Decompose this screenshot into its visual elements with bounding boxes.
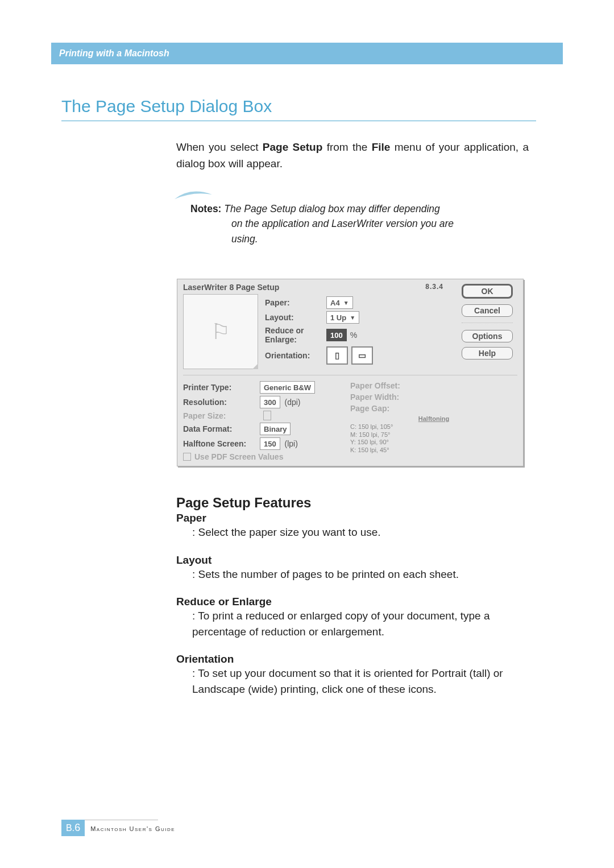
feature-desc: : Select the paper size you want to use. (176, 524, 534, 540)
dialog-version: 8.3.4 (425, 283, 443, 292)
paper-size-label: Paper Size: (183, 411, 260, 420)
paper-offset-label: Paper Offset: (350, 381, 400, 390)
reduce-enlarge-input[interactable]: 100 (326, 329, 347, 341)
resolution-label: Resolution: (183, 398, 260, 407)
feature-desc: : Sets the number of pages to be printed… (176, 567, 534, 582)
feature-label: Paper (176, 512, 534, 524)
paper-dropdown[interactable]: A4▼ (326, 296, 353, 309)
halftone-screen-input[interactable]: 150 (260, 437, 280, 450)
cancel-button[interactable]: Cancel (462, 304, 513, 317)
dialog-separator (183, 375, 517, 375)
page-number-badge: B.6 (61, 820, 85, 836)
section-header: Printing with a Macintosh (51, 43, 563, 64)
dogcow-icon: ⚐ (211, 319, 230, 344)
printer-type-dropdown[interactable]: Generic B&W (260, 381, 315, 394)
feature-desc: : To print a reduced or enlarged copy of… (176, 608, 534, 639)
notes-label: Notes: (190, 203, 221, 214)
orientation-landscape-button[interactable]: ▭ (351, 346, 373, 365)
data-format-dropdown[interactable]: Binary (260, 423, 291, 435)
layout-dropdown[interactable]: 1 Up▼ (326, 311, 359, 324)
ok-button[interactable]: OK (462, 284, 513, 299)
orientation-label: Orientation: (265, 351, 326, 360)
page-gap-label: Page Gap: (350, 404, 389, 413)
section-header-text: Printing with a Macintosh (59, 48, 169, 59)
halftoning-info: Halftoning C: 150 lpi, 105° M: 150 lpi, … (350, 415, 517, 454)
page-setup-dialog: LaserWriter 8 Page Setup 8.3.4 OK Cancel… (177, 279, 524, 466)
layout-label: Layout: (265, 313, 326, 322)
chevron-down-icon: ▼ (343, 300, 349, 306)
feature-label: Orientation (176, 653, 534, 666)
paper-size-box (263, 411, 271, 420)
intro-paragraph: When you select Page Setup from the File… (176, 139, 529, 172)
chevron-down-icon: ▼ (350, 315, 355, 321)
paper-label: Paper: (265, 298, 326, 307)
options-button[interactable]: Options (462, 330, 513, 342)
percent-label: % (350, 330, 357, 340)
halftone-screen-label: Halftone Screen: (183, 439, 260, 448)
swoosh-icon (173, 188, 213, 204)
dialog-title: LaserWriter 8 Page Setup (183, 283, 279, 292)
orientation-portrait-button[interactable]: ▯ (326, 346, 348, 365)
feature-label: Layout (176, 554, 534, 567)
page-footer: B.6 Macintosh User's Guide (61, 820, 175, 836)
notes-block: Notes: The Page Setup dialog box may dif… (190, 201, 532, 246)
feature-label: Reduce or Enlarge (176, 596, 534, 608)
printer-type-label: Printer Type: (183, 383, 260, 392)
resolution-input[interactable]: 300 (260, 396, 280, 408)
footer-caption: Macintosh User's Guide (90, 825, 175, 832)
help-button[interactable]: Help (462, 347, 513, 359)
page-preview: ⚐ (183, 294, 258, 369)
use-pdf-label: Use PDF Screen Values (194, 452, 283, 461)
feature-desc: : To set up your document so that it is … (176, 666, 534, 697)
page-setup-features: Page Setup Features Paper : Select the p… (176, 495, 534, 710)
use-pdf-checkbox[interactable] (183, 453, 191, 461)
reduce-enlarge-label: Reduce orEnlarge: (265, 326, 326, 344)
page-title: The Page Setup Dialog Box (61, 97, 272, 116)
title-rule (61, 121, 536, 121)
paper-width-label: Paper Width: (350, 392, 399, 402)
features-heading: Page Setup Features (176, 495, 534, 511)
data-format-label: Data Format: (183, 424, 260, 433)
